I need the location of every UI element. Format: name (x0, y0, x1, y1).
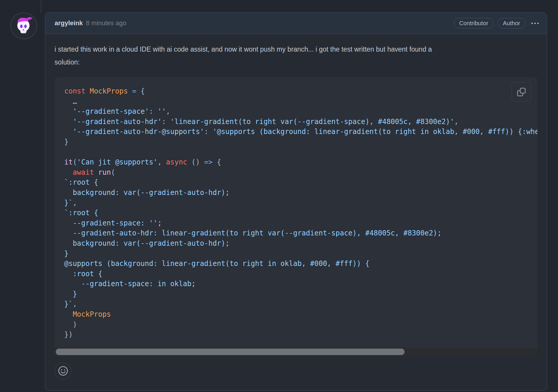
author-login[interactable]: argyleink (55, 19, 83, 27)
code-line: … (64, 96, 528, 107)
code-line (64, 147, 528, 157)
contributor-badge: Contributor (454, 18, 493, 28)
code-line: `:root { (64, 208, 528, 218)
code-line: it('Can jit @supports', async () => { (64, 157, 528, 167)
code-block: const MockProps = { … '--gradient-space'… (55, 77, 537, 356)
code-line: }`, (64, 299, 528, 309)
comment-body: i started this work in a cloud IDE with … (45, 34, 547, 388)
code-line: --gradient-auto-hdr: linear-gradient(to … (64, 228, 528, 238)
avatar[interactable] (11, 13, 37, 39)
code-line: const MockProps = { (64, 86, 528, 96)
code-line: `:root { (64, 177, 528, 188)
code-line: '--gradient-auto-hdr': 'linear-gradient(… (64, 117, 528, 127)
code-line: '--gradient-auto-hdr-@supports': '@suppo… (64, 127, 528, 137)
code-line: }) (64, 330, 528, 340)
code-line: } (64, 249, 528, 259)
skull-cap-icon (13, 15, 35, 37)
timeline-connector-line (41, 0, 41, 13)
code-line: --gradient-space: ''; (64, 218, 528, 228)
code-content: const MockProps = { … '--gradient-space'… (55, 77, 537, 347)
code-line: @supports (background: linear-gradient(t… (64, 259, 528, 269)
comment-text: i started this work in a cloud IDE with … (55, 43, 537, 69)
code-line: } (64, 137, 528, 147)
kebab-dot (537, 23, 539, 24)
author-badge: Author (498, 18, 525, 28)
scrollbar-thumb[interactable] (56, 349, 405, 355)
code-line: --gradient-space: in oklab; (64, 279, 528, 289)
code-line: ) (64, 320, 528, 330)
comment-header: argyleink 8 minutes ago Contributor Auth… (45, 13, 547, 34)
code-scrollbar[interactable] (55, 347, 537, 356)
code-line: MockProps (64, 309, 528, 320)
copy-code-button[interactable] (512, 82, 531, 102)
code-line: await run( (64, 167, 528, 178)
smiley-icon (58, 366, 68, 376)
comment-text-line: solution: (55, 56, 537, 69)
kebab-dot (534, 23, 536, 24)
code-line: :root { (64, 269, 528, 279)
code-line: } (64, 289, 528, 299)
comment-card: argyleink 8 minutes ago Contributor Auth… (45, 12, 547, 391)
add-reaction-button[interactable] (55, 363, 71, 379)
code-line: background: var(--gradient-auto-hdr); (64, 238, 528, 249)
comment-text-line: i started this work in a cloud IDE with … (55, 43, 537, 56)
kebab-dot (531, 23, 533, 24)
kebab-menu-button[interactable] (529, 20, 541, 27)
timestamp-link[interactable]: 8 minutes ago (86, 19, 126, 27)
copy-icon (517, 87, 526, 97)
code-line: }`, (64, 198, 528, 208)
code-line: '--gradient-space': '', (64, 106, 528, 117)
code-line: background: var(--gradient-auto-hdr); (64, 188, 528, 198)
